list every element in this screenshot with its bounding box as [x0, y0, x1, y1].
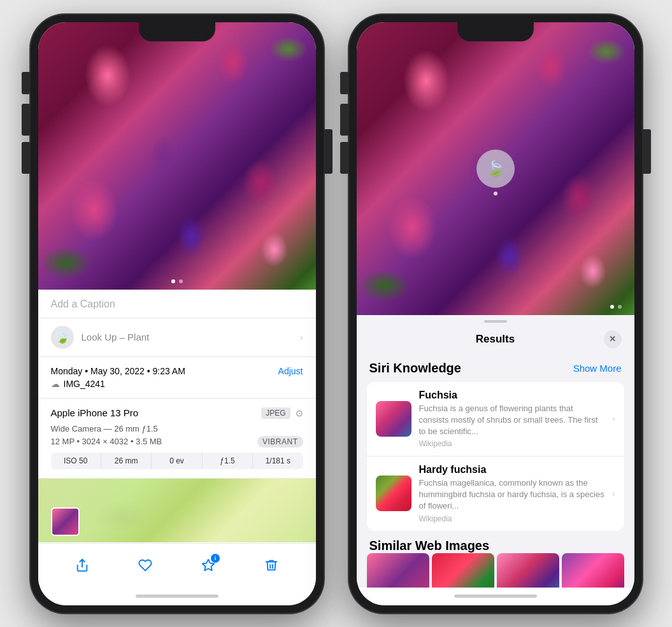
delete-button[interactable] [259, 553, 284, 578]
hardy-fuchsia-thumb-image [376, 476, 411, 511]
similar-image-3[interactable] [497, 553, 559, 588]
location-icon: ⊙ [296, 408, 303, 418]
show-more-button[interactable]: Show More [561, 358, 634, 380]
info-badge: i [211, 554, 220, 563]
dot-1 [171, 279, 175, 283]
fuchsia-item[interactable]: Fuchsia Fuchsia is a genus of flowering … [367, 382, 624, 457]
similar-image-1[interactable] [367, 553, 429, 588]
fuchsia-chevron-icon: › [612, 414, 615, 423]
left-phone-screen: Add a Caption 🍃 Look Up – Plant › Monday… [38, 22, 316, 605]
flower-image-right: 🍃 [357, 22, 634, 315]
right-home-bar [454, 595, 537, 598]
adjust-button[interactable]: Adjust [278, 366, 303, 376]
image-dots [171, 279, 183, 283]
right-home-indicator [357, 588, 634, 605]
volume-down-button[interactable] [22, 142, 31, 174]
visual-lookup-leaf-icon: 🍃 [486, 160, 505, 178]
flower-detail-overlay [38, 22, 316, 290]
lookup-subject: Plant [125, 332, 149, 342]
home-indicator [38, 588, 316, 605]
results-header: Results ✕ [357, 325, 634, 356]
file-name: IMG_4241 [64, 379, 105, 389]
home-bar [136, 595, 218, 598]
exif-shutter: 1/181 s [253, 453, 303, 469]
dot-2 [179, 279, 183, 283]
notch [139, 22, 215, 41]
fuchsia-thumb-image [376, 401, 411, 437]
knowledge-card: Fuchsia Fuchsia is a genus of flowering … [367, 382, 624, 531]
lookup-chevron-icon: › [300, 332, 303, 342]
cloud-icon: ☁ [51, 379, 60, 389]
hardy-fuchsia-description: Fuchsia magellanica, commonly known as t… [419, 477, 605, 512]
right-power-button[interactable] [642, 129, 651, 174]
fuchsia-name: Fuchsia [419, 390, 605, 401]
leaf-icon: 🍃 [55, 330, 69, 344]
left-scroll-content[interactable]: Add a Caption 🍃 Look Up – Plant › Monday… [38, 290, 316, 543]
hardy-fuchsia-text: Hardy fuchsia Fuchsia magellanica, commo… [419, 464, 605, 523]
mp-info: 12 MP • 3024 × 4032 • 3.5 MB [51, 437, 162, 446]
right-notch [457, 22, 534, 41]
results-title: Results [387, 333, 604, 346]
exif-aperture: ƒ1.5 [203, 453, 253, 469]
fuchsia-description: Fuchsia is a genus of flowering plants t… [419, 403, 605, 438]
exif-focal: 26 mm [101, 453, 152, 469]
hardy-fuchsia-chevron-icon: › [612, 489, 615, 498]
siri-knowledge-title: Siri Knowledge [357, 356, 474, 382]
drag-bar [484, 320, 507, 323]
lookup-label-bold: Look Up – [82, 332, 125, 342]
map-section[interactable] [38, 479, 316, 542]
map-thumb-image [52, 509, 78, 535]
right-volume-up-button[interactable] [340, 104, 349, 136]
right-dot-2 [618, 305, 622, 309]
date-row: Monday • May 30, 2022 • 9:23 AM Adjust [51, 366, 303, 376]
share-button[interactable] [69, 553, 95, 578]
info-badge-text: i [215, 555, 217, 561]
mute-button[interactable] [22, 72, 31, 94]
device-name: Apple iPhone 13 Pro [51, 407, 139, 418]
right-dot-1 [610, 305, 614, 309]
right-volume-down-button[interactable] [340, 142, 349, 174]
right-phone-screen: 🍃 Results ✕ Siri Kn [357, 22, 634, 605]
mp-row: 12 MP • 3024 × 4032 • 3.5 MB VIBRANT [51, 436, 303, 447]
hardy-fuchsia-thumb [376, 476, 411, 511]
hardy-fuchsia-item[interactable]: Hardy fuchsia Fuchsia magellanica, commo… [367, 456, 624, 531]
lookup-row[interactable]: 🍃 Look Up – Plant › [38, 318, 316, 357]
caption-placeholder[interactable]: Add a Caption [51, 299, 115, 309]
info-section: Monday • May 30, 2022 • 9:23 AM Adjust ☁… [38, 357, 316, 398]
lookup-label: Look Up – Plant [82, 332, 150, 342]
flower-image-left [38, 22, 316, 290]
device-badges: JPEG ⊙ [261, 407, 303, 419]
similar-image-4[interactable] [562, 553, 624, 588]
map-thumbnail [51, 507, 80, 536]
right-phone: 🍃 Results ✕ Siri Kn [349, 15, 642, 613]
exif-iso: ISO 50 [51, 453, 101, 469]
similar-image-2[interactable] [432, 553, 494, 588]
fuchsia-source: Wikipedia [419, 439, 605, 448]
visual-lookup-button[interactable]: i [196, 553, 221, 578]
main-container: Add a Caption 🍃 Look Up – Plant › Monday… [18, 2, 655, 626]
favorite-button[interactable] [132, 553, 158, 578]
camera-spec: Wide Camera — 26 mm ƒ1.5 [51, 424, 303, 433]
right-mute-button[interactable] [340, 72, 349, 94]
device-section: Apple iPhone 13 Pro JPEG ⊙ Wide Camera —… [38, 398, 316, 479]
exif-row: ISO 50 26 mm 0 ev ƒ1.5 1/181 s [51, 453, 303, 469]
volume-up-button[interactable] [22, 104, 31, 136]
fuchsia-thumb [376, 401, 411, 437]
date-text: Monday • May 30, 2022 • 9:23 AM [51, 366, 185, 376]
visual-lookup-dot [494, 192, 497, 195]
hardy-fuchsia-source: Wikipedia [419, 514, 605, 523]
close-button[interactable]: ✕ [604, 330, 622, 348]
lookup-icon: 🍃 [51, 326, 74, 349]
power-button[interactable] [324, 129, 332, 174]
left-phone: Add a Caption 🍃 Look Up – Plant › Monday… [31, 15, 324, 613]
results-panel[interactable]: Results ✕ Siri Knowledge Show More Fuchs… [357, 315, 634, 588]
caption-area[interactable]: Add a Caption [38, 290, 316, 318]
map-overlay [38, 479, 316, 542]
right-image-dots [610, 305, 622, 309]
file-info: ☁ IMG_4241 [51, 379, 303, 389]
siri-knowledge-header: Siri Knowledge Show More [357, 356, 634, 382]
visual-lookup-circle[interactable]: 🍃 [476, 150, 515, 188]
vibrant-badge: VIBRANT [257, 436, 303, 447]
drag-indicator [357, 315, 634, 325]
fuchsia-text: Fuchsia Fuchsia is a genus of flowering … [419, 390, 605, 449]
